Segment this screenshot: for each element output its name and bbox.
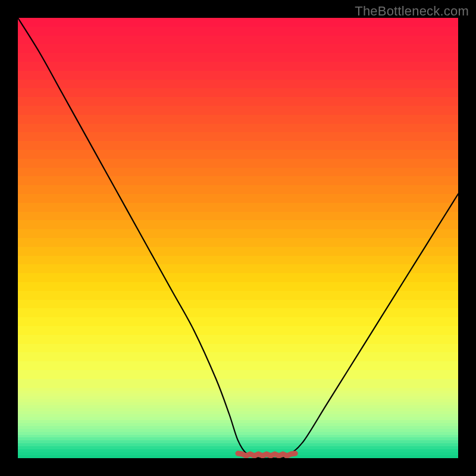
zero-band-marker (238, 453, 295, 456)
plot-area (18, 18, 458, 458)
bottleneck-curve (18, 18, 458, 458)
chart-frame: TheBottleneck.com (0, 0, 476, 476)
watermark-text: TheBottleneck.com (355, 4, 469, 19)
curve-layer (18, 18, 458, 458)
